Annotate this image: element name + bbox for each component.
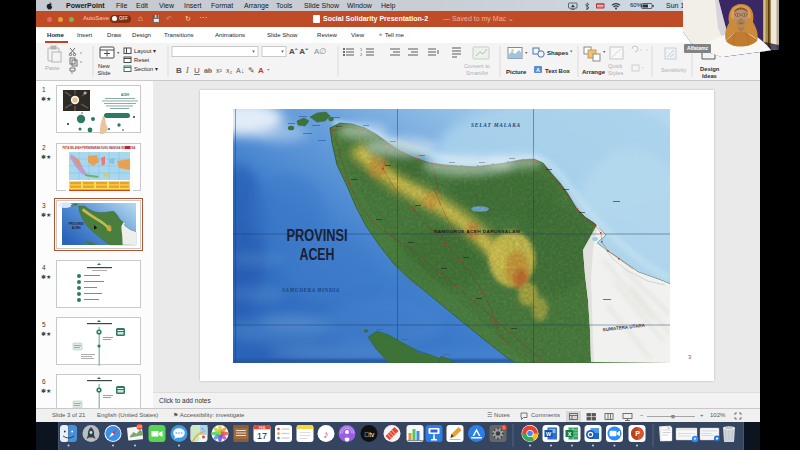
svg-text:tv: tv xyxy=(364,431,375,438)
svg-text:Paste: Paste xyxy=(45,65,60,71)
svg-text:A: A xyxy=(536,67,540,73)
svg-text:Shapes: Shapes xyxy=(547,50,569,56)
svg-text:2: 2 xyxy=(360,52,363,57)
svg-text:P: P xyxy=(635,430,640,437)
svg-text:Sensitivity: Sensitivity xyxy=(661,67,686,73)
svg-text:PETA WILAYAH PERSEBARAN SUKU B: PETA WILAYAH PERSEBARAN SUKU BANGSA INDO… xyxy=(63,146,136,150)
svg-text:I: I xyxy=(185,66,189,75)
svg-text:A∅: A∅ xyxy=(314,47,326,56)
svg-text:Aˆ Aˇ: Aˆ Aˇ xyxy=(289,47,308,56)
svg-text:✎: ✎ xyxy=(248,66,255,75)
svg-text:459: 459 xyxy=(137,425,142,429)
svg-text:SAMUDERA HINDIA: SAMUDERA HINDIA xyxy=(282,287,340,293)
svg-text:SELAT MALAKA: SELAT MALAKA xyxy=(471,122,521,128)
svg-text:A↓: A↓ xyxy=(236,67,244,74)
svg-text:ACEH: ACEH xyxy=(72,226,82,230)
svg-text:x²: x² xyxy=(216,67,223,74)
svg-text:Text Box: Text Box xyxy=(545,68,571,74)
svg-text:B: B xyxy=(176,66,182,75)
svg-text:Section ▾: Section ▾ xyxy=(134,66,158,72)
svg-text:ACEH: ACEH xyxy=(300,246,335,263)
svg-text:ab: ab xyxy=(204,67,212,74)
svg-text:Layout ▾: Layout ▾ xyxy=(134,48,156,54)
svg-text:W: W xyxy=(546,431,552,437)
svg-text:x₂: x₂ xyxy=(226,67,233,74)
svg-text:FEB: FEB xyxy=(259,426,266,430)
svg-text:PROVINSI: PROVINSI xyxy=(287,227,348,244)
svg-text:Arrange: Arrange xyxy=(582,69,606,75)
svg-text:X: X xyxy=(568,431,572,437)
svg-text:Reset: Reset xyxy=(134,57,150,63)
svg-text:Picture: Picture xyxy=(506,69,527,75)
svg-text:Slide: Slide xyxy=(98,70,111,76)
svg-text:Convert to: Convert to xyxy=(464,63,490,69)
svg-text:Quick: Quick xyxy=(608,63,623,69)
svg-text:Design: Design xyxy=(700,66,720,72)
svg-text:NANGGROE ACEH DARUSSALAM: NANGGROE ACEH DARUSSALAM xyxy=(434,229,520,234)
svg-text:♪: ♪ xyxy=(323,428,329,440)
svg-text:1: 1 xyxy=(503,426,505,430)
svg-text:U: U xyxy=(194,66,200,75)
svg-text:Styles: Styles xyxy=(608,70,623,76)
svg-text:A: A xyxy=(258,66,264,75)
svg-text:ACEH: ACEH xyxy=(121,93,129,97)
svg-text:Ideas: Ideas xyxy=(702,73,717,79)
svg-text:SmartArt: SmartArt xyxy=(466,70,489,76)
svg-text:New: New xyxy=(98,63,110,69)
svg-text:17: 17 xyxy=(257,431,267,441)
